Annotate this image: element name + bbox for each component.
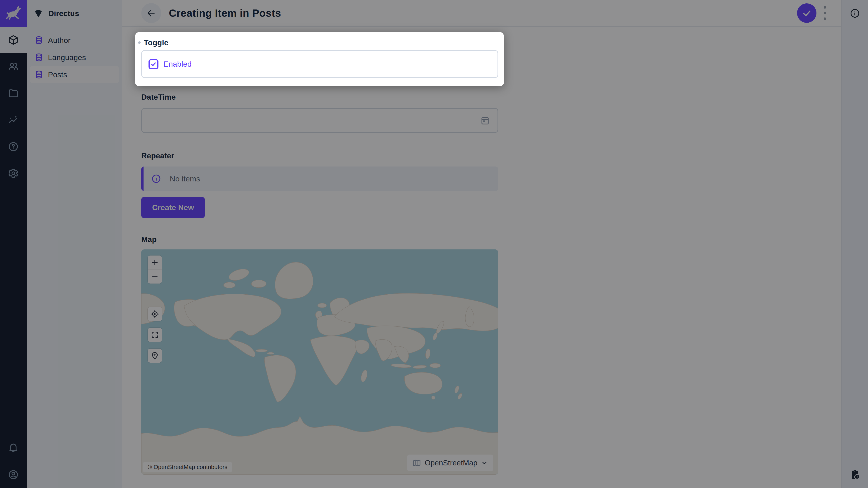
toggle-label: Toggle <box>144 38 168 47</box>
toggle-field-spotlight: Toggle Enabled <box>135 32 504 86</box>
toggle-label-row: Toggle <box>141 37 498 47</box>
field-edited-dot <box>138 41 141 44</box>
toggle-checkbox-label: Enabled <box>163 60 192 68</box>
checkbox-checked-icon[interactable] <box>149 59 158 69</box>
toggle-input[interactable]: Enabled <box>141 50 498 78</box>
